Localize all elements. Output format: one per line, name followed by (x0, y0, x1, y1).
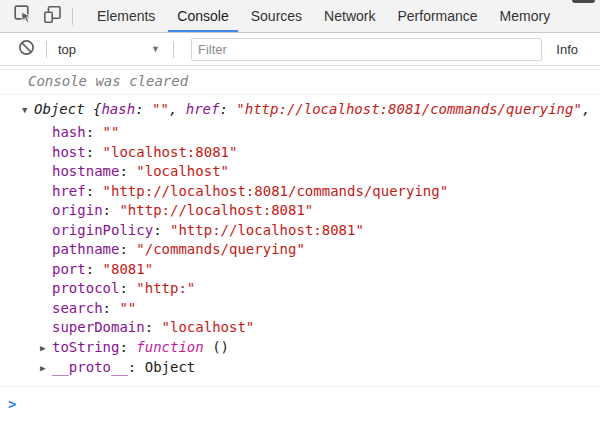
colon-separator: : (86, 261, 103, 277)
expand-triangle-icon[interactable]: ▼ (22, 101, 31, 121)
property-name: originPolicy (52, 222, 153, 238)
colon-separator: : (86, 183, 103, 199)
inspect-element-button[interactable] (9, 0, 38, 32)
object-property-row: search: "" (40, 299, 600, 319)
property-name: pathname (52, 241, 119, 257)
tab-memory[interactable]: Memory (489, 0, 562, 32)
object-property-row: href: "http://localhost:8081/commands/qu… (40, 182, 600, 202)
colon-separator: : (103, 300, 120, 316)
property-value: "http://localhost:8081/commands/querying… (103, 183, 449, 199)
collapse-triangle-icon[interactable]: ▶ (40, 339, 49, 359)
property-name: href (52, 183, 86, 199)
toolbar-divider (46, 41, 47, 58)
chevron-down-icon: ▼ (151, 44, 160, 54)
colon-separator: : (86, 124, 103, 140)
property-value: "/commands/querying" (136, 241, 305, 257)
object-property-row: pathname: "/commands/querying" (40, 240, 600, 260)
preview-prop-name: hash (101, 101, 135, 117)
property-value: Object (145, 359, 196, 375)
property-name: host (52, 144, 86, 160)
colon-separator: : (153, 222, 170, 238)
inspect-element-icon (14, 5, 33, 28)
console-filter-input[interactable] (191, 38, 542, 61)
clear-console-button[interactable] (12, 39, 41, 60)
property-name: origin (52, 202, 103, 218)
window-edge-artifact (572, 0, 595, 3)
function-args: () (204, 339, 229, 355)
tab-network[interactable]: Network (313, 0, 386, 32)
colon-separator: : (103, 202, 120, 218)
property-value: "localhost" (162, 319, 255, 335)
tostring-property-row: ▶toString: function () (40, 338, 600, 359)
colon-separator: : (145, 319, 162, 335)
colon-separator: : (119, 280, 136, 296)
function-keyword: function (136, 339, 203, 355)
object-property-row: protocol: "http:" (40, 279, 600, 299)
tab-elements[interactable]: Elements (86, 0, 166, 32)
colon-separator: : (119, 163, 136, 179)
property-value: "8081" (103, 261, 154, 277)
property-name: search (52, 300, 103, 316)
device-toolbar-icon (43, 5, 62, 28)
console-object-entry: ▼Object {hash: "", href: "http://localho… (0, 95, 600, 387)
property-name: superDomain (52, 319, 145, 335)
property-value: "localhost:8081" (103, 144, 238, 160)
colon-separator: : (119, 339, 136, 355)
clear-console-icon (18, 39, 35, 60)
property-name: hash (52, 124, 86, 140)
panel-tabs: Elements Console Sources Network Perform… (86, 0, 561, 32)
property-value: "" (103, 124, 120, 140)
preview-prop-name: href (186, 101, 220, 117)
colon-separator: : (128, 359, 145, 375)
object-property-row: host: "localhost:8081" (40, 143, 600, 163)
object-property-row: origin: "http://localhost:8081" (40, 201, 600, 221)
object-preview-line: ▼Object {hash: "", href: "http://localho… (22, 100, 600, 121)
property-name: port (52, 261, 86, 277)
preview-prop-value: "http://localhost:8081/commands/querying… (236, 101, 582, 117)
property-name: protocol (52, 280, 119, 296)
object-property-row: port: "8081" (40, 260, 600, 280)
object-property-row: hostname: "localhost" (40, 162, 600, 182)
toolbar-divider (173, 41, 174, 58)
colon-separator: : (219, 101, 236, 117)
property-value: "http://localhost:8081" (170, 222, 364, 238)
property-value: "http://localhost:8081" (119, 202, 313, 218)
property-value: "localhost" (136, 163, 229, 179)
tab-sources[interactable]: Sources (240, 0, 313, 32)
collapse-triangle-icon[interactable]: ▶ (40, 359, 49, 379)
object-property-row: superDomain: "localhost" (40, 318, 600, 338)
tab-performance[interactable]: Performance (386, 0, 488, 32)
colon-separator: : (119, 241, 136, 257)
object-property-row: hash: "" (40, 123, 600, 143)
tab-console[interactable]: Console (166, 0, 239, 32)
execution-context-selector[interactable]: top ▼ (52, 42, 168, 57)
object-property-list: hash: "" host: "localhost:8081" hostname… (40, 123, 600, 379)
prompt-chevron-icon: > (8, 396, 16, 412)
console-cleared-message: Console was cleared (0, 69, 600, 95)
property-name: toString (52, 339, 119, 355)
preview-prop-value: "" (152, 101, 169, 117)
property-value: "http:" (136, 280, 195, 296)
comma-separator: , (169, 101, 186, 117)
object-label: Object { (34, 101, 101, 117)
devtools-window: Elements Console Sources Network Perform… (0, 0, 600, 423)
log-level-selector[interactable]: Info (556, 42, 578, 57)
object-property-row: originPolicy: "http://localhost:8081" (40, 221, 600, 241)
proto-property-row: ▶__proto__: Object (40, 358, 600, 379)
toolbar-divider (72, 8, 73, 25)
console-messages: Console was cleared ▼Object {hash: "", h… (0, 66, 600, 414)
trailing-comma: , (582, 101, 590, 117)
console-toolbar: top ▼ Info (0, 33, 600, 66)
colon-separator: : (135, 101, 152, 117)
property-value: "" (119, 300, 136, 316)
console-prompt[interactable]: > (0, 387, 600, 415)
device-toolbar-button[interactable] (38, 0, 67, 32)
property-name: hostname (52, 163, 119, 179)
context-selected-value: top (58, 42, 76, 57)
colon-separator: : (86, 144, 103, 160)
devtools-tab-bar: Elements Console Sources Network Perform… (0, 0, 600, 33)
property-name: __proto__ (52, 359, 128, 375)
